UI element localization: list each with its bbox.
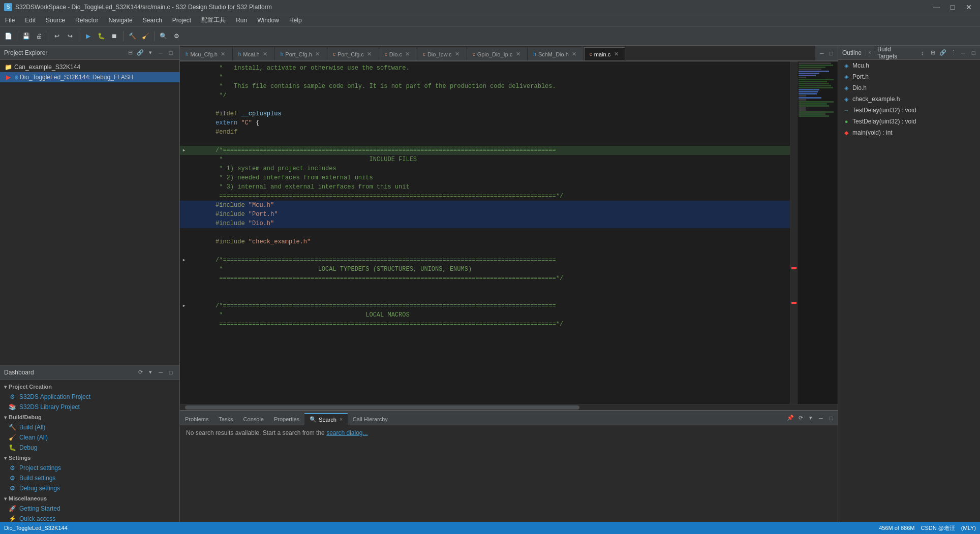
link-project-settings[interactable]: ⚙ Project settings [4, 463, 175, 473]
outline-link-button[interactable]: 🔗 [938, 48, 947, 57]
title-bar-controls[interactable]: — □ ✕ [929, 0, 976, 14]
outline-item-testdelay-decl[interactable]: → TestDelay(uint32) : void [838, 105, 980, 116]
menu-run[interactable]: Run [231, 14, 252, 26]
menu-edit[interactable]: Edit [20, 14, 41, 26]
tab-gpio-dio-ip-c[interactable]: c Gpio_Dio_Ip.c ✕ [467, 47, 528, 60]
outline-group-button[interactable]: ⊞ [928, 48, 937, 57]
menu-refactor[interactable]: Refactor [70, 14, 103, 26]
tab-mcu-cfg-h[interactable]: h Mcu_Cfg.h ✕ [180, 47, 232, 60]
close-button[interactable]: ✕ [962, 0, 976, 14]
outline-sort-button[interactable]: ↕ [918, 48, 927, 57]
bottom-sync-button[interactable]: ⟳ [796, 414, 805, 423]
link-build-settings[interactable]: ⚙ Build settings [4, 473, 175, 483]
maximize-panel-button[interactable]: □ [166, 48, 175, 57]
tab-port-cfg-c-close[interactable]: ✕ [366, 51, 373, 58]
outline-item-testdelay-impl[interactable]: ● TestDelay(uint32) : void [838, 116, 980, 127]
toolbar-run[interactable]: ▶ [82, 30, 94, 42]
minimize-button[interactable]: — [929, 0, 943, 14]
tab-schm-dio-h[interactable]: h SchM_Dio.h ✕ [528, 47, 583, 60]
bottom-minimize-button[interactable]: ─ [816, 414, 825, 423]
tab-port-cfg-h-close[interactable]: ✕ [314, 51, 321, 58]
menu-config-tool[interactable]: 配置工具 [196, 14, 231, 26]
toolbar-settings[interactable]: ⚙ [170, 30, 182, 42]
menu-file[interactable]: File [0, 14, 20, 26]
dashboard-menu-button[interactable]: ▾ [146, 368, 155, 377]
collapse-project-creation[interactable]: ▾ [4, 384, 7, 390]
outline-maximize-button[interactable]: □ [969, 48, 978, 57]
toolbar-print[interactable]: 🖨 [33, 30, 45, 42]
collapse-misc[interactable]: ▾ [4, 496, 7, 501]
tab-mcal-h-close[interactable]: ✕ [262, 51, 269, 58]
toolbar-stop[interactable]: ⏹ [108, 30, 120, 42]
menu-search[interactable]: Search [138, 14, 167, 26]
search-dialog-link[interactable]: search dialog... [326, 429, 368, 436]
toolbar-redo[interactable]: ↪ [64, 30, 76, 42]
tab-dio-c[interactable]: c Dio.c ✕ [379, 47, 417, 60]
link-s32ds-app-project[interactable]: ⚙ S32DS Application Project [4, 392, 175, 402]
outline-minimize-button[interactable]: ─ [959, 48, 968, 57]
tab-main-c-close[interactable]: ✕ [612, 51, 620, 58]
outline-more-button[interactable]: ⋮ [948, 48, 958, 57]
collapse-settings[interactable]: ▾ [4, 455, 7, 461]
tab-properties[interactable]: Properties [269, 413, 304, 425]
tab-dio-ipw-c-close[interactable]: ✕ [454, 51, 461, 58]
link-debug-settings[interactable]: ⚙ Debug settings [4, 483, 175, 493]
editor-maximize-button[interactable]: □ [826, 49, 836, 58]
link-editor-button[interactable]: 🔗 [136, 48, 145, 57]
tab-mcal-h[interactable]: h Mcal.h ✕ [233, 47, 274, 60]
toolbar-clean[interactable]: 🧹 [139, 30, 151, 42]
link-quick-access[interactable]: ⚡ Quick access [4, 514, 175, 522]
project-item-dio[interactable]: ▶ ⚙ Dio_ToggleLed_S32K144: Debug_FLASH [0, 72, 179, 82]
outline-item-port-h[interactable]: ◈ Port.h [838, 71, 980, 82]
minimize-panel-button[interactable]: ─ [156, 48, 165, 57]
hscrollbar-thumb[interactable] [185, 405, 579, 410]
toolbar-build[interactable]: 🔨 [126, 30, 138, 42]
bottom-maximize-button[interactable]: □ [826, 414, 836, 423]
tab-schm-close[interactable]: ✕ [571, 51, 578, 58]
tab-dio-c-close[interactable]: ✕ [404, 51, 411, 58]
toolbar-save[interactable]: 💾 [20, 30, 32, 42]
toolbar-search[interactable]: 🔍 [157, 30, 169, 42]
bottom-menu-button[interactable]: ▾ [806, 414, 815, 423]
tab-tasks[interactable]: Tasks [213, 413, 238, 425]
dashboard-sync-button[interactable]: ⟳ [136, 368, 145, 377]
link-getting-started[interactable]: 🚀 Getting Started [4, 504, 175, 514]
tab-mcu-cfg-h-close[interactable]: ✕ [220, 51, 227, 58]
editor-hscrollbar[interactable] [180, 404, 838, 410]
tab-gpio-close[interactable]: ✕ [514, 51, 522, 58]
link-s32ds-lib-project[interactable]: 📚 S32DS Library Project [4, 402, 175, 412]
code-editor-area[interactable]: * install, activate or otherwise use the… [180, 61, 838, 404]
collapse-all-button[interactable]: ⊟ [126, 48, 135, 57]
outline-item-main[interactable]: ◆ main(void) : int [838, 127, 980, 138]
tab-dio-ipw-c[interactable]: c Dio_Ipw.c ✕ [417, 47, 467, 60]
link-debug[interactable]: 🐛 Debug [4, 443, 175, 453]
menu-window[interactable]: Window [252, 14, 284, 26]
toolbar-new[interactable]: 📄 [2, 30, 14, 42]
collapse-build-debug[interactable]: ▾ [4, 415, 7, 420]
maximize-button[interactable]: □ [945, 0, 960, 14]
panel-menu-button[interactable]: ▾ [146, 48, 155, 57]
project-item-can[interactable]: 📁 Can_example_S32K144 [0, 62, 179, 72]
tab-main-c[interactable]: c main.c ✕ [584, 47, 625, 60]
toolbar-debug[interactable]: 🐛 [95, 30, 107, 42]
code-editor-inner[interactable]: * install, activate or otherwise use the… [180, 61, 790, 404]
link-build-all[interactable]: 🔨 Build (All) [4, 422, 175, 432]
toolbar-undo[interactable]: ↩ [51, 30, 63, 42]
dashboard-minimize-button[interactable]: ─ [156, 368, 165, 377]
tab-port-cfg-h[interactable]: h Port_Cfg.h ✕ [275, 47, 327, 60]
menu-source[interactable]: Source [41, 14, 70, 26]
tab-search[interactable]: 🔍 Search × [304, 413, 348, 425]
outline-item-dio-h[interactable]: ◈ Dio.h [838, 82, 980, 93]
editor-scrollbar[interactable] [790, 61, 797, 404]
bottom-pin-button[interactable]: 📌 [786, 414, 795, 423]
menu-help[interactable]: Help [284, 14, 307, 26]
tab-call-hierarchy[interactable]: Call Hierarchy [348, 413, 393, 425]
link-clean-all[interactable]: 🧹 Clean (All) [4, 432, 175, 443]
tab-port-cfg-c[interactable]: c Port_Cfg.c ✕ [327, 47, 379, 60]
outline-close-icon[interactable]: × [866, 50, 873, 55]
menu-project[interactable]: Project [167, 14, 196, 26]
menu-navigate[interactable]: Navigate [103, 14, 137, 26]
outline-item-mcu-h[interactable]: ◈ Mcu.h [838, 60, 980, 71]
tab-console[interactable]: Console [238, 413, 269, 425]
tab-problems[interactable]: Problems [180, 413, 213, 425]
